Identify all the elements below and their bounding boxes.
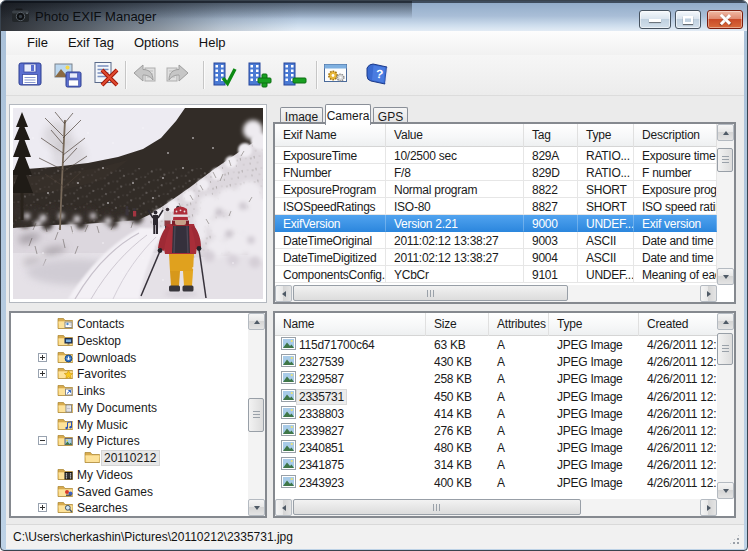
scroll-down-button[interactable] [717,482,734,499]
tag-remove-button[interactable] [279,60,309,90]
exif-hscroll-thumb[interactable] [293,285,568,301]
favorites-folder-icon [57,366,74,383]
column-header-type[interactable]: Type [549,313,639,336]
exif-row[interactable]: FNumberF/8829DRATIO...F number [275,164,717,181]
exif-row[interactable]: ExposureTime10/2500 sec829ARATIO...Expos… [275,147,717,164]
scroll-up-button[interactable] [717,124,734,141]
column-header-exif-name[interactable]: Exif Name [275,124,386,147]
down-arrow-icon [254,506,260,513]
exif-row[interactable]: DateTimeDigitized2011:02:12 13:38:279004… [275,249,717,266]
file-row[interactable]: 2339827276 KBAJPEG Image4/26/2011 12: [275,422,717,439]
menu-help[interactable]: Help [189,31,236,55]
close-button[interactable] [707,10,743,29]
file-name-label: 2335731 [297,390,346,404]
tree-expander-plus-icon[interactable] [38,369,47,378]
tree-item-contacts[interactable]: Contacts [11,315,265,332]
column-header-attributes[interactable]: Attributes [489,313,549,336]
scroll-right-button[interactable] [700,499,717,516]
file-row[interactable]: 2341875314 KBAJPEG Image4/26/2011 12: [275,456,717,473]
file-cell-created: 4/26/2011 12: [639,405,719,422]
tag-check-button[interactable] [209,60,239,90]
exif-row[interactable]: ExposureProgramNormal program8822SHORTEx… [275,181,717,198]
exif-cell: ASCII [578,232,634,249]
tree-item-my-music[interactable]: My Music [11,416,265,433]
tab-camera[interactable]: Camera [325,104,371,125]
list-vscroll-thumb[interactable] [717,333,733,365]
close-icon [720,14,731,25]
exif-row[interactable]: DateTimeOriginal2011:02:12 13:38:279003A… [275,232,717,249]
tree-expander-plus-icon[interactable] [38,353,47,362]
save-image-button[interactable] [54,60,84,90]
help-book-button[interactable]: ? [363,60,393,90]
title-bar[interactable]: Photo EXIF Manager [1,1,748,31]
tree-item-my-videos[interactable]: My Videos [11,466,265,483]
tree-item-favorites[interactable]: Favorites [11,365,265,382]
scroll-down-button[interactable] [717,268,734,285]
save-button[interactable] [16,60,46,90]
column-header-created[interactable]: Created [639,313,719,336]
status-path: C:\Users\cherkashin\Pictures\20110212\23… [13,530,293,544]
scroll-right-button[interactable] [700,285,717,302]
scroll-up-button[interactable] [717,313,734,330]
tree-item-my-pictures[interactable]: My Pictures [11,432,265,449]
column-header-name[interactable]: Name [275,313,426,336]
tree-vscrollbar[interactable] [248,313,265,516]
options-button[interactable] [322,60,352,90]
list-hscroll-thumb[interactable] [293,499,581,515]
file-row[interactable]: 2340851480 KBAJPEG Image4/26/2011 12: [275,439,717,456]
up-arrow-icon [723,317,729,324]
menu-exif-tag[interactable]: Exif Tag [58,31,124,55]
file-row[interactable]: 2343923400 KBAJPEG Image4/26/2011 12: [275,474,717,491]
exif-cell: RATIO... [578,164,634,181]
file-cell-name: 2329587 [275,370,426,387]
menu-file[interactable]: File [17,31,58,55]
file-row[interactable]: 2329587258 KBAJPEG Image4/26/2011 12: [275,370,717,387]
scroll-up-button[interactable] [248,313,265,330]
minimize-button[interactable] [639,10,671,29]
exif-vscroll-thumb[interactable] [717,148,733,172]
column-header-tag[interactable]: Tag [524,124,578,147]
file-row[interactable]: 2338803414 KBAJPEG Image4/26/2011 12: [275,405,717,422]
tree-item-saved-games[interactable]: Saved Games [11,483,265,500]
file-row[interactable]: 2327539430 KBAJPEG Image4/26/2011 12: [275,353,717,370]
file-cell-size: 430 KB [426,353,489,370]
redo-button[interactable] [163,60,193,90]
resize-grip[interactable] [728,533,741,546]
tree-item-desktop[interactable]: Desktop [11,332,265,349]
exif-row[interactable]: ISOSpeedRatingsISO-808827SHORTISO speed … [275,198,717,215]
tree-expander-minus-icon[interactable] [38,436,47,445]
undo-button[interactable] [131,60,161,90]
tree-item-downloads[interactable]: Downloads [11,349,265,366]
tree-item-links[interactable]: Links [11,382,265,399]
tree-item-20110212[interactable]: 20110212 [11,449,265,466]
file-row[interactable]: 2335731450 KBAJPEG Image4/26/2011 12: [275,388,717,405]
column-header-type[interactable]: Type [578,124,634,147]
scroll-down-button[interactable] [248,499,265,516]
delete-exif-button[interactable] [91,60,121,90]
exif-hscrollbar[interactable] [275,285,717,302]
list-vscrollbar[interactable] [717,313,734,499]
exif-vscrollbar[interactable] [717,124,734,285]
column-header-description[interactable]: Description [634,124,717,147]
exif-cell: SHORT [578,181,634,198]
tree-expander-plus-icon[interactable] [38,503,47,512]
list-hscrollbar[interactable] [275,499,717,516]
tag-add-button[interactable] [244,60,274,90]
exif-row[interactable]: ExifVersionVersion 2.219000UNDEF...Exif … [275,215,717,232]
tree-item-my-documents[interactable]: My Documents [11,399,265,416]
scroll-left-button[interactable] [275,285,292,302]
photo-preview-panel [9,104,267,303]
column-header-size[interactable]: Size [426,313,489,336]
file-cell-attributes: A [489,405,549,422]
scroll-left-button[interactable] [275,499,292,516]
maximize-button[interactable] [675,10,701,29]
exif-cell: Date and time of [634,249,717,266]
window-content: FileExif TagOptionsHelp ? [6,31,744,549]
exif-cell: ExifVersion [275,215,386,232]
file-row[interactable]: 115d71700c6463 KBAJPEG Image4/26/2011 12… [275,336,717,353]
menu-options[interactable]: Options [124,31,189,55]
tree-item-searches[interactable]: Searches [11,499,265,516]
tree-vscroll-thumb[interactable] [248,398,264,432]
exif-row[interactable]: ComponentsConfig...YCbCr9101UNDEF...Mean… [275,266,717,283]
column-header-value[interactable]: Value [386,124,524,147]
